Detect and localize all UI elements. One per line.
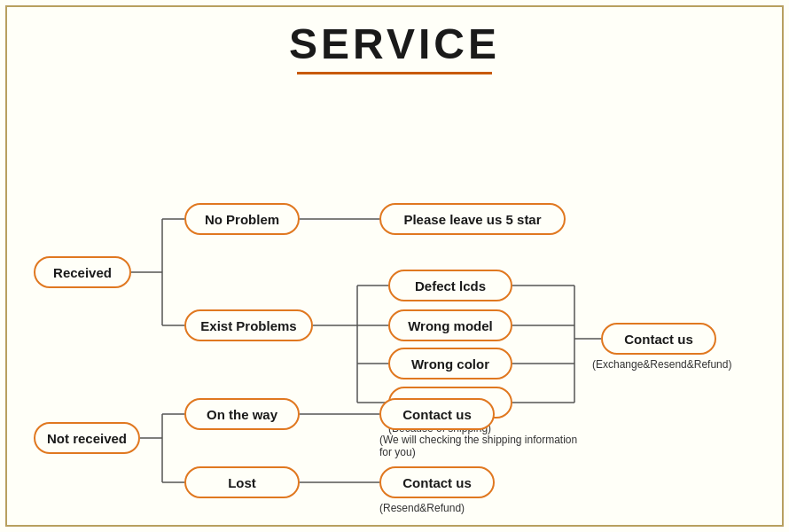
- lost-box: Lost: [184, 466, 300, 498]
- received-box: Received: [34, 256, 131, 288]
- contact-us-1-box: Contact us: [601, 323, 716, 355]
- diagram: Received No Problem Please leave us 5 st…: [7, 83, 782, 509]
- will-check-note: (We will checking the shipping informati…: [379, 434, 592, 458]
- no-problem-box: No Problem: [184, 203, 300, 235]
- defect-lcds-box: Defect lcds: [388, 270, 512, 301]
- on-the-way-box: On the way: [184, 398, 300, 430]
- not-received-box: Not received: [34, 422, 140, 454]
- wrong-color-box: Wrong color: [388, 348, 512, 379]
- title-underline: [297, 72, 492, 74]
- exist-problems-box: Exist Problems: [184, 309, 313, 341]
- contact-us-3-box: Contact us: [379, 466, 495, 498]
- wrong-model-box: Wrong model: [388, 309, 512, 341]
- outer-border: SERVICE: [5, 5, 784, 527]
- exchange-refund-note: (Exchange&Resend&Refund): [592, 358, 731, 371]
- contact-us-2-box: Contact us: [379, 398, 495, 430]
- page-title: SERVICE: [7, 7, 782, 68]
- please-leave-box: Please leave us 5 star: [379, 203, 566, 235]
- resend-refund-note: (Resend&Refund): [379, 502, 465, 514]
